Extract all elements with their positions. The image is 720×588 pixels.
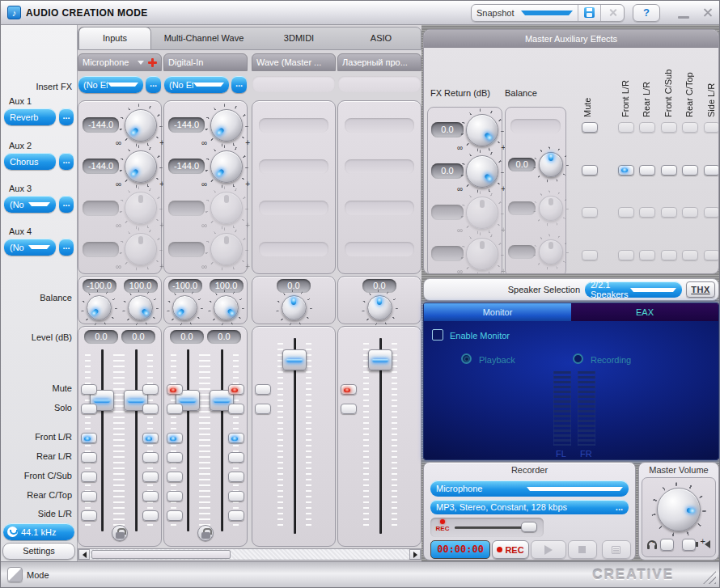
speaker-selection-select[interactable]: 2/2.1 Speakers bbox=[585, 281, 682, 298]
front-lr-left-button[interactable] bbox=[167, 433, 183, 443]
snapshot-select[interactable]: Snapshot bbox=[472, 5, 578, 21]
balance-left-knob[interactable] bbox=[172, 295, 197, 320]
link-lock-icon[interactable] bbox=[112, 525, 128, 541]
mute-left-button[interactable] bbox=[81, 384, 97, 395]
aux4-effect-select[interactable]: (No Effe... bbox=[4, 239, 56, 256]
insert-fx-select[interactable]: (No Effect) bbox=[164, 76, 229, 93]
add-source-icon[interactable] bbox=[148, 58, 157, 67]
tab-inputs[interactable]: Inputs bbox=[78, 27, 151, 49]
aux1-send-knob[interactable]: ∞+ bbox=[125, 109, 157, 142]
front-csub-left-button[interactable] bbox=[81, 472, 97, 482]
scroll-left-button[interactable] bbox=[78, 549, 90, 560]
link-lock-icon[interactable] bbox=[197, 525, 214, 541]
aux1-more-button[interactable]: ... bbox=[59, 108, 74, 125]
solo-button[interactable] bbox=[255, 404, 271, 414]
side-lr-left-button[interactable] bbox=[167, 510, 183, 521]
aux2-send-knob[interactable]: ∞+ bbox=[210, 150, 243, 183]
solo-left-button[interactable] bbox=[167, 404, 183, 414]
balance-left-knob[interactable] bbox=[87, 295, 112, 320]
front-csub-left-button[interactable] bbox=[167, 472, 183, 482]
tab-monitor[interactable]: Monitor bbox=[424, 303, 571, 321]
front-lr-left-button[interactable] bbox=[81, 433, 97, 443]
mute-right-button[interactable] bbox=[228, 384, 244, 395]
aux2-balance-knob[interactable] bbox=[539, 152, 563, 177]
mode-button[interactable]: Mode bbox=[27, 570, 49, 580]
rear-lr-left-button[interactable] bbox=[81, 452, 97, 463]
aux2-front-csub-button[interactable] bbox=[661, 165, 677, 176]
minimize-button[interactable] bbox=[678, 16, 689, 19]
balance-knob[interactable] bbox=[282, 295, 307, 320]
rear-ctop-left-button[interactable] bbox=[81, 491, 97, 501]
stop-button[interactable] bbox=[568, 540, 597, 559]
aux1-return-knob[interactable]: ∞+ bbox=[466, 114, 498, 146]
channel-source-select[interactable]: Digital-In bbox=[163, 53, 248, 71]
channel-source-select[interactable]: Wave (Master ... bbox=[252, 53, 336, 71]
mute-button[interactable] bbox=[255, 384, 271, 395]
speaker-toggle-button[interactable] bbox=[682, 539, 696, 551]
fader-handle[interactable] bbox=[368, 349, 392, 370]
save-snapshot-button[interactable] bbox=[578, 5, 601, 21]
rear-ctop-right-button[interactable] bbox=[142, 491, 159, 501]
fader-handle[interactable] bbox=[282, 349, 307, 370]
file-list-button[interactable] bbox=[602, 540, 631, 559]
front-lr-right-button[interactable] bbox=[142, 433, 159, 443]
enable-monitor-checkbox[interactable] bbox=[432, 329, 443, 341]
scrollbar-thumb[interactable] bbox=[91, 550, 231, 559]
settings-button[interactable]: Settings bbox=[2, 543, 75, 560]
aux2-side-lr-button[interactable] bbox=[704, 165, 719, 176]
aux1-effect-select[interactable]: Reverb bbox=[4, 108, 56, 125]
level-fader[interactable] bbox=[368, 338, 392, 534]
balance-right-knob[interactable] bbox=[214, 295, 239, 320]
side-lr-right-button[interactable] bbox=[228, 510, 244, 521]
solo-right-button[interactable] bbox=[228, 404, 244, 414]
channel-source-select[interactable]: Microphone bbox=[78, 53, 162, 71]
aux2-effect-select[interactable]: Chorus bbox=[4, 153, 56, 170]
rear-lr-right-button[interactable] bbox=[228, 452, 244, 463]
insert-fx-more-button[interactable]: ... bbox=[146, 76, 161, 93]
master-volume-knob[interactable] bbox=[657, 488, 701, 531]
rear-lr-left-button[interactable] bbox=[167, 452, 183, 463]
slider-handle[interactable] bbox=[521, 522, 537, 532]
aux3-effect-select[interactable]: (No Effe... bbox=[4, 196, 56, 213]
aux2-return-knob[interactable]: ∞+ bbox=[466, 155, 498, 188]
solo-right-button[interactable] bbox=[142, 404, 159, 414]
front-lr-right-button[interactable] bbox=[228, 433, 244, 443]
recording-radio[interactable] bbox=[573, 353, 583, 364]
side-lr-left-button[interactable] bbox=[81, 510, 97, 521]
mute-right-button[interactable] bbox=[142, 384, 159, 395]
channel-source-select[interactable]: Лазерный про... bbox=[337, 53, 421, 71]
aux2-more-button[interactable]: ... bbox=[59, 153, 74, 170]
playback-radio[interactable] bbox=[461, 353, 472, 364]
mute-button[interactable] bbox=[341, 384, 357, 395]
solo-button[interactable] bbox=[341, 404, 357, 414]
close-button[interactable] bbox=[702, 7, 713, 18]
recorder-format-bar[interactable]: MP3, Stereo, Constant, 128 kbps ... bbox=[430, 500, 629, 514]
mode-icon[interactable] bbox=[7, 567, 23, 582]
aux1-mute-button[interactable] bbox=[582, 122, 598, 133]
mute-left-button[interactable] bbox=[167, 384, 183, 395]
play-button[interactable] bbox=[531, 540, 566, 559]
rear-lr-right-button[interactable] bbox=[142, 452, 159, 463]
headphone-toggle-button[interactable] bbox=[660, 539, 674, 551]
balance-right-knob[interactable] bbox=[128, 295, 153, 320]
solo-left-button[interactable] bbox=[81, 404, 97, 414]
insert-fx-select[interactable]: (No Effect) bbox=[78, 76, 143, 93]
aux4-more-button[interactable]: ... bbox=[59, 239, 74, 256]
record-button[interactable]: REC bbox=[492, 540, 529, 559]
aux2-send-knob[interactable]: ∞+ bbox=[125, 150, 157, 183]
level-fader[interactable] bbox=[282, 338, 307, 534]
aux3-more-button[interactable]: ... bbox=[59, 196, 74, 213]
record-level-slider[interactable]: REC bbox=[430, 518, 544, 537]
help-button[interactable]: ? bbox=[633, 4, 660, 22]
aux2-rear-ctop-button[interactable] bbox=[682, 165, 698, 176]
tab-asio[interactable]: ASIO bbox=[341, 27, 421, 49]
front-csub-right-button[interactable] bbox=[142, 472, 159, 482]
tab-eax[interactable]: EAX bbox=[571, 303, 718, 321]
insert-fx-more-button[interactable]: ... bbox=[231, 76, 247, 93]
rear-ctop-left-button[interactable] bbox=[167, 491, 183, 501]
tab-multichannel-wave[interactable]: Multi-Channel Wave bbox=[151, 27, 256, 49]
side-lr-right-button[interactable] bbox=[142, 510, 159, 521]
resize-grip[interactable] bbox=[703, 571, 716, 584]
thx-button[interactable]: THX bbox=[686, 281, 715, 298]
front-csub-right-button[interactable] bbox=[228, 472, 244, 482]
